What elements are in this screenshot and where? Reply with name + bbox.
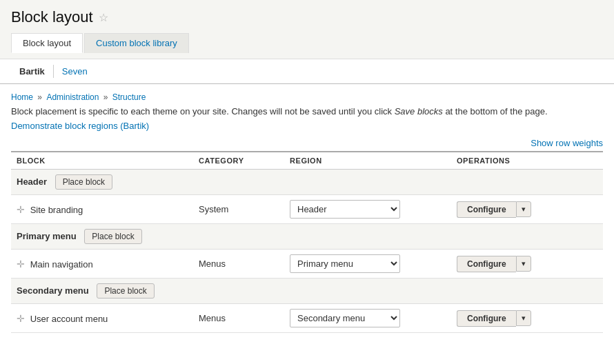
col-header-category: Category (193, 152, 284, 170)
region-select-site-branding[interactable]: Header Primary menu Secondary menu Featu… (290, 200, 400, 219)
breadcrumb-sep-1: » (37, 92, 44, 102)
info-text: Block placement is specific to each them… (11, 106, 603, 117)
section-primary-menu: Primary menu Place block (11, 224, 603, 250)
place-block-secondary-menu-btn[interactable]: Place block (97, 283, 154, 299)
bookmark-icon[interactable]: ☆ (99, 11, 108, 24)
primary-tabs: Block layout Custom block library (11, 33, 603, 53)
region-select-user-account-menu[interactable]: Header Primary menu Secondary menu Featu… (290, 309, 400, 327)
page-header: Block layout ☆ Block layout Custom block… (0, 0, 614, 59)
block-category-site-branding: System (193, 195, 284, 224)
configure-btn-user-account-menu[interactable]: Configure (457, 310, 516, 327)
section-secondary-menu: Secondary menu Place block (11, 279, 603, 304)
table-row: ✛ Site branding System Header Primary me… (11, 195, 603, 224)
block-name-user-account-menu: User account menu (30, 314, 108, 324)
configure-dropdown-main-navigation[interactable]: ▾ (516, 256, 531, 272)
configure-btn-site-branding[interactable]: Configure (457, 201, 516, 218)
row-weights-row: Show row weights (11, 138, 603, 148)
theme-tab-bartik[interactable]: Bartik (11, 65, 54, 78)
col-header-block: Block (11, 152, 193, 170)
configure-dropdown-site-branding[interactable]: ▾ (516, 201, 531, 217)
drag-handle-icon[interactable]: ✛ (17, 259, 25, 270)
breadcrumb-structure[interactable]: Structure (112, 92, 146, 102)
table-row: ✛ User account menu Menus Header Primary… (11, 304, 603, 333)
region-select-main-navigation[interactable]: Header Primary menu Secondary menu Featu… (290, 254, 400, 273)
breadcrumb-sep-2: » (103, 92, 110, 102)
page-title-row: Block layout ☆ (11, 8, 603, 26)
drag-handle-icon[interactable]: ✛ (17, 313, 25, 324)
theme-tabs: Bartik Seven (0, 59, 614, 84)
block-category-main-navigation: Menus (193, 250, 284, 279)
breadcrumb: Home » Administration » Structure (11, 92, 603, 102)
configure-btn-main-navigation[interactable]: Configure (457, 256, 516, 272)
table-row: ✛ Main navigation Menus Header Primary m… (11, 250, 603, 279)
block-name-site-branding: Site branding (30, 205, 83, 215)
block-name-main-navigation: Main navigation (30, 259, 93, 270)
col-header-operations: Operations (451, 152, 603, 170)
row-weights-link[interactable]: Show row weights (531, 138, 603, 148)
drag-handle-icon[interactable]: ✛ (17, 204, 25, 215)
tab-block-layout[interactable]: Block layout (11, 33, 83, 53)
col-header-region: Region (284, 152, 451, 170)
configure-dropdown-user-account-menu[interactable]: ▾ (516, 310, 531, 326)
page-title: Block layout (11, 8, 93, 26)
section-header: Header Place block (11, 170, 603, 195)
ops-group-user-account-menu: Configure ▾ (457, 310, 597, 327)
breadcrumb-administration[interactable]: Administration (46, 92, 99, 102)
demo-link[interactable]: Demonstrate block regions (Bartik) (11, 121, 149, 131)
breadcrumb-home[interactable]: Home (11, 92, 33, 102)
place-block-header-btn[interactable]: Place block (55, 174, 112, 190)
table-header: Block Category Region Operations (11, 152, 603, 170)
section-primary-menu-label: Primary menu (17, 231, 77, 241)
ops-group-main-navigation: Configure ▾ (457, 256, 597, 272)
content-area: Home » Administration » Structure Block … (0, 84, 614, 341)
theme-tab-seven[interactable]: Seven (54, 65, 96, 78)
place-block-primary-menu-btn[interactable]: Place block (84, 229, 141, 244)
table-body: Header Place block ✛ Site branding Syste… (11, 170, 603, 333)
section-secondary-menu-label: Secondary menu (17, 285, 89, 296)
ops-group-site-branding: Configure ▾ (457, 201, 597, 218)
section-header-label: Header (17, 176, 47, 187)
block-table: Block Category Region Operations Header … (11, 151, 603, 333)
tab-custom-block-library[interactable]: Custom block library (84, 33, 189, 53)
block-category-user-account-menu: Menus (193, 304, 284, 333)
